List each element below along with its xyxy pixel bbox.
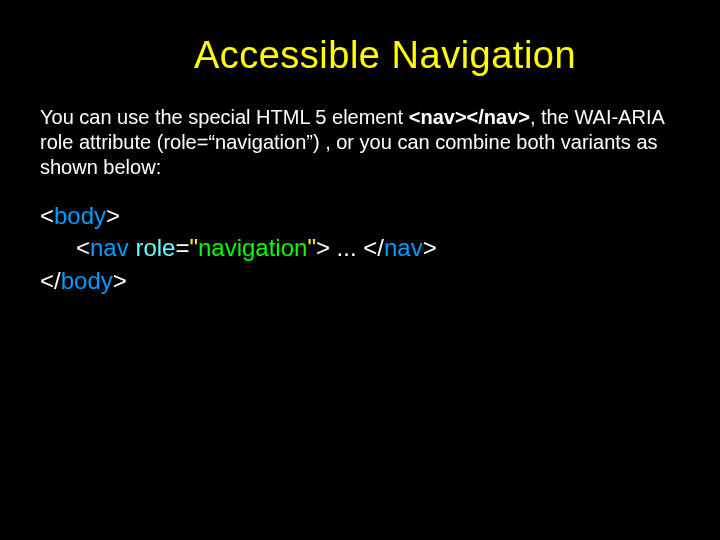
gt: > — [113, 267, 127, 294]
slash: / — [54, 267, 61, 294]
code-line-2: <nav role="navigation"> ... </nav> — [40, 232, 680, 264]
role-attr: role — [135, 234, 175, 261]
lt: < — [76, 234, 90, 261]
slide: Accessible Navigation You can use the sp… — [0, 0, 720, 540]
body-close: body — [61, 267, 113, 294]
lt: < — [363, 234, 377, 261]
gt: > — [316, 234, 330, 261]
intro-text-pre: You can use the special HTML 5 element — [40, 106, 409, 128]
slide-title: Accessible Navigation — [90, 34, 680, 77]
nav-close: nav — [384, 234, 423, 261]
code-line-3: </body> — [40, 265, 680, 297]
code-line-1: <body> — [40, 200, 680, 232]
gt: > — [106, 202, 120, 229]
lt: < — [40, 202, 54, 229]
slash: / — [377, 234, 384, 261]
quote-close: " — [307, 234, 316, 261]
nav-open: nav — [90, 234, 129, 261]
code-block: <body> <nav role="navigation"> ... </nav… — [40, 200, 680, 297]
intro-paragraph: You can use the special HTML 5 element <… — [40, 105, 680, 180]
eq: = — [175, 234, 189, 261]
ellipsis: ... — [330, 234, 363, 261]
body-open: body — [54, 202, 106, 229]
gt: > — [423, 234, 437, 261]
quote-open: " — [189, 234, 198, 261]
lt: < — [40, 267, 54, 294]
nav-open-tag: <nav> — [409, 106, 467, 128]
nav-close-tag: </nav> — [467, 106, 530, 128]
role-value: navigation — [198, 234, 307, 261]
